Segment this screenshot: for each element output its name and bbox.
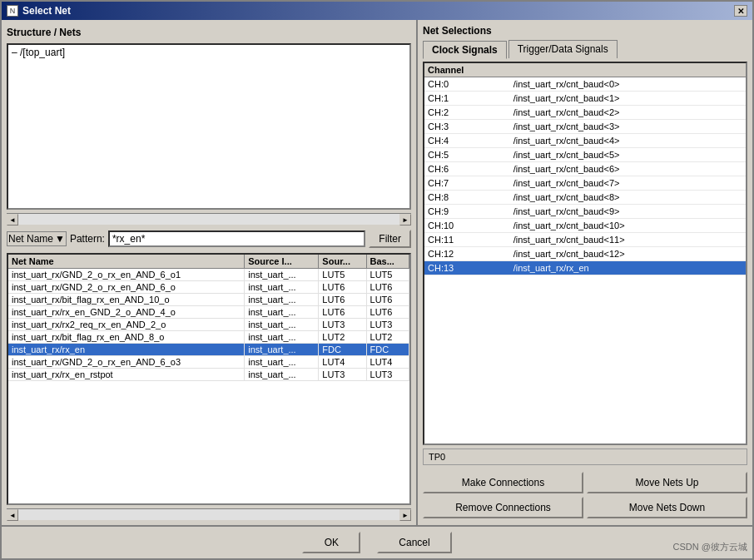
net-cell: /inst_uart_rx/rx_en — [510, 261, 746, 275]
structure-nets-label: Structure / Nets — [7, 25, 411, 40]
tabs-row: Clock Signals Trigger/Data Signals — [423, 40, 747, 58]
title-bar-left: N Select Net — [7, 5, 71, 17]
bas-cell: LUT3 — [366, 319, 409, 331]
channel-cell: CH:4 — [424, 134, 510, 148]
source2-cell: LUT3 — [319, 369, 366, 381]
net-cell: /inst_uart_rx/cnt_baud<2> — [510, 106, 746, 120]
bas-cell: FDC — [366, 344, 409, 356]
source2-cell: LUT4 — [319, 356, 366, 369]
scroll-left-arrow[interactable]: ◄ — [7, 214, 18, 225]
move-nets-up-button[interactable]: Move Nets Up — [587, 472, 747, 493]
channel-table-container[interactable]: Channel CH:0 /inst_uart_rx/cnt_baud<0> C… — [423, 62, 747, 445]
net-name-dropdown[interactable]: Net Name ▼ — [7, 231, 67, 246]
net-name-cell: inst_uart_rx/GND_2_o_rx_en_AND_6_o — [8, 281, 245, 294]
net-scroll-left[interactable]: ◄ — [7, 509, 18, 521]
channel-row[interactable]: CH:3 /inst_uart_rx/cnt_baud<3> — [424, 120, 746, 134]
bas-cell: LUT6 — [366, 281, 409, 294]
net-hscrollbar[interactable]: ◄ ► — [7, 508, 411, 520]
remove-connections-button[interactable]: Remove Connections — [423, 497, 583, 518]
ok-button[interactable]: OK — [302, 532, 360, 553]
close-button[interactable]: ✕ — [734, 5, 747, 17]
channel-header-row: Channel — [424, 63, 746, 77]
net-name-cell: inst_uart_rx/bit_flag_rx_en_AND_8_o — [8, 331, 245, 344]
pattern-input[interactable] — [108, 230, 365, 247]
bottom-bar: OK Cancel — [2, 525, 752, 558]
tree-container[interactable]: – /[top_uart] — [7, 43, 411, 210]
filter-button[interactable]: Filter — [369, 230, 411, 248]
bas-cell: LUT5 — [366, 269, 409, 281]
table-row[interactable]: inst_uart_rx/GND_2_o_rx_en_AND_6_o1 inst… — [8, 269, 409, 281]
channel-row[interactable]: CH:2 /inst_uart_rx/cnt_baud<2> — [424, 106, 746, 120]
watermark: CSDN @彼方云城 — [673, 541, 747, 553]
net-scroll-track[interactable] — [18, 509, 399, 520]
table-row[interactable]: inst_uart_rx/GND_2_o_rx_en_AND_6_o inst_… — [8, 281, 409, 294]
channel-row[interactable]: CH:11 /inst_uart_rx/cnt_baud<11> — [424, 233, 746, 247]
net-cell: /inst_uart_rx/cnt_baud<8> — [510, 191, 746, 205]
source2-cell: LUT2 — [319, 331, 366, 344]
channel-row[interactable]: CH:10 /inst_uart_rx/cnt_baud<10> — [424, 219, 746, 233]
net-name-label: Net Name — [8, 233, 53, 245]
channel-row[interactable]: CH:4 /inst_uart_rx/cnt_baud<4> — [424, 134, 746, 148]
net-name-cell: inst_uart_rx/bit_flag_rx_en_AND_10_o — [8, 294, 245, 306]
tab-clock-signals[interactable]: Clock Signals — [423, 41, 507, 59]
net-cell: /inst_uart_rx/cnt_baud<11> — [510, 233, 746, 247]
source1-cell: inst_uart_... — [245, 306, 319, 319]
net-cell: /inst_uart_rx/cnt_baud<12> — [510, 247, 746, 261]
bas-cell: LUT2 — [366, 331, 409, 344]
dialog-title: Select Net — [22, 5, 71, 17]
cancel-button[interactable]: Cancel — [377, 532, 451, 553]
channel-cell: CH:13 — [424, 261, 510, 275]
table-row[interactable]: inst_uart_rx/bit_flag_rx_en_AND_10_o ins… — [8, 294, 409, 306]
net-table-container[interactable]: Net Name Source I... Sour... Bas... inst… — [7, 253, 411, 505]
source1-cell: inst_uart_... — [245, 344, 319, 356]
source1-cell: inst_uart_... — [245, 319, 319, 331]
net-scroll-right[interactable]: ► — [399, 509, 411, 521]
channel-row[interactable]: CH:6 /inst_uart_rx/cnt_baud<6> — [424, 162, 746, 176]
net-table: Net Name Source I... Sour... Bas... inst… — [8, 255, 409, 381]
channel-cell: CH:5 — [424, 148, 510, 162]
make-connections-button[interactable]: Make Connections — [423, 472, 583, 493]
net-cell: /inst_uart_rx/cnt_baud<4> — [510, 134, 746, 148]
source1-cell: inst_uart_... — [245, 269, 319, 281]
table-row[interactable]: inst_uart_rx/rx_en_rstpot inst_uart_... … — [8, 369, 409, 381]
channel-cell: CH:9 — [424, 205, 510, 219]
scroll-right-arrow[interactable]: ► — [399, 214, 411, 225]
table-row[interactable]: inst_uart_rx/rx_en inst_uart_... FDC FDC — [8, 344, 409, 356]
channel-row[interactable]: CH:12 /inst_uart_rx/cnt_baud<12> — [424, 247, 746, 261]
tree-hscrollbar[interactable]: ◄ ► — [7, 213, 411, 225]
channel-cell: CH:3 — [424, 120, 510, 134]
col-net-name: Net Name — [8, 255, 245, 269]
table-row[interactable]: inst_uart_rx/rx_en_GND_2_o_AND_4_o inst_… — [8, 306, 409, 319]
move-nets-down-button[interactable]: Move Nets Down — [587, 497, 747, 518]
channel-row[interactable]: CH:1 /inst_uart_rx/cnt_baud<1> — [424, 92, 746, 106]
net-cell: /inst_uart_rx/cnt_baud<3> — [510, 120, 746, 134]
source2-cell: FDC — [319, 344, 366, 356]
net-name-cell: inst_uart_rx/rx_en_rstpot — [8, 369, 245, 381]
net-cell: /inst_uart_rx/cnt_baud<6> — [510, 162, 746, 176]
table-row[interactable]: inst_uart_rx/bit_flag_rx_en_AND_8_o inst… — [8, 331, 409, 344]
channel-row[interactable]: CH:13 /inst_uart_rx/rx_en — [424, 261, 746, 275]
col-bas: Bas... — [366, 255, 409, 269]
channel-row[interactable]: CH:9 /inst_uart_rx/cnt_baud<9> — [424, 205, 746, 219]
col-net — [510, 63, 746, 77]
channel-row[interactable]: CH:0 /inst_uart_rx/cnt_baud<0> — [424, 77, 746, 92]
source1-cell: inst_uart_... — [245, 281, 319, 294]
source1-cell: inst_uart_... — [245, 356, 319, 369]
channel-row[interactable]: CH:8 /inst_uart_rx/cnt_baud<8> — [424, 191, 746, 205]
bas-cell: LUT3 — [366, 369, 409, 381]
table-row[interactable]: inst_uart_rx/GND_2_o_rx_en_AND_6_o3 inst… — [8, 356, 409, 369]
source1-cell: inst_uart_... — [245, 369, 319, 381]
scroll-track[interactable] — [18, 214, 399, 225]
net-name-cell: inst_uart_rx/rx_en — [8, 344, 245, 356]
source2-cell: LUT6 — [319, 281, 366, 294]
channel-row[interactable]: CH:7 /inst_uart_rx/cnt_baud<7> — [424, 176, 746, 191]
tab-trigger-data-signals[interactable]: Trigger/Data Signals — [508, 40, 618, 58]
channel-cell: CH:12 — [424, 247, 510, 261]
bas-cell: LUT6 — [366, 306, 409, 319]
action-buttons: Make Connections Move Nets Up Remove Con… — [423, 468, 747, 520]
title-bar: N Select Net ✕ — [2, 2, 752, 20]
channel-row[interactable]: CH:5 /inst_uart_rx/cnt_baud<5> — [424, 148, 746, 162]
table-row[interactable]: inst_uart_rx/rx2_req_rx_en_AND_2_o inst_… — [8, 319, 409, 331]
tree-item-top-uart[interactable]: – /[top_uart] — [8, 45, 409, 60]
tp-bar: TP0 — [423, 448, 747, 465]
